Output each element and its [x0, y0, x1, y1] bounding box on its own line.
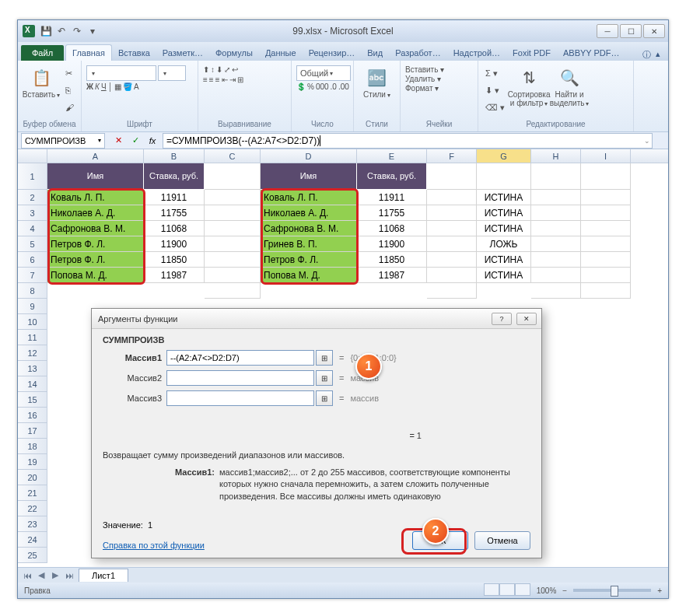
number-format-box[interactable]: Общий [296, 65, 351, 81]
select-all-corner[interactable] [18, 149, 47, 163]
row-header-2[interactable]: 2 [18, 190, 47, 205]
cell[interactable]: Петров Ф. Л. [47, 236, 144, 252]
ok-button[interactable]: ОК [412, 531, 468, 550]
cell[interactable] [205, 236, 261, 252]
cell[interactable]: ИСТИНА [477, 221, 531, 236]
cell[interactable]: Сафронова В. М. [261, 221, 357, 236]
ribbon-toggle-icon[interactable]: ▴ [656, 49, 660, 61]
align-left-icon[interactable]: ≡ [203, 75, 208, 84]
cell[interactable] [427, 283, 477, 299]
row-header-24[interactable]: 24 [18, 532, 47, 548]
font-color-icon[interactable]: A [134, 82, 139, 91]
cell[interactable]: Николаев А. Д. [47, 205, 144, 221]
col-header-F[interactable]: F [427, 149, 477, 163]
col-header-G[interactable]: G [477, 149, 531, 163]
percent-icon[interactable]: % [307, 82, 314, 91]
row-header-6[interactable]: 6 [18, 252, 47, 268]
indent-inc-icon[interactable]: ⇥ [229, 75, 236, 84]
cell[interactable]: 11911 [357, 190, 427, 205]
dec-dec-icon[interactable]: .00 [338, 82, 349, 91]
row-header-18[interactable]: 18 [18, 439, 47, 454]
cell[interactable]: Коваль Л. П. [261, 190, 357, 205]
cell[interactable] [477, 163, 531, 190]
clear-icon[interactable]: ⌫ ▾ [483, 100, 507, 114]
zoom-out-icon[interactable]: − [562, 586, 567, 595]
cell[interactable] [427, 163, 477, 190]
tab-developer[interactable]: Разработ… [389, 45, 446, 61]
col-header-E[interactable]: E [357, 149, 427, 163]
cell[interactable] [581, 236, 631, 252]
cancel-button[interactable]: Отмена [474, 531, 530, 550]
first-sheet-icon[interactable]: ⏮ [21, 569, 33, 582]
currency-icon[interactable]: 💲 [296, 82, 306, 91]
merge-icon[interactable]: ⊞ [237, 75, 243, 84]
cell[interactable] [427, 190, 477, 205]
zoom-level[interactable]: 100% [537, 586, 557, 595]
cell[interactable]: Имя [47, 163, 144, 190]
expand-formula-icon[interactable]: ⌄ [644, 137, 650, 145]
cell[interactable]: Сафронова В. М. [47, 221, 144, 236]
row-header-4[interactable]: 4 [18, 221, 47, 236]
row-header-23[interactable]: 23 [18, 516, 47, 532]
row-header-15[interactable]: 15 [18, 392, 47, 408]
row-header-3[interactable]: 3 [18, 205, 47, 221]
comma-icon[interactable]: 000 [316, 82, 329, 91]
zoom-in-icon[interactable]: + [657, 586, 662, 595]
cell[interactable]: 11911 [144, 190, 205, 205]
sheet-tab[interactable]: Лист1 [79, 569, 128, 582]
bold-icon[interactable]: Ж [86, 82, 93, 91]
row-header-12[interactable]: 12 [18, 345, 47, 361]
cell[interactable] [205, 252, 261, 268]
cell[interactable]: 11987 [144, 268, 205, 283]
cell[interactable]: Гринев В. П. [261, 236, 357, 252]
cell[interactable] [581, 221, 631, 236]
cell[interactable] [531, 163, 581, 190]
cell[interactable]: ИСТИНА [477, 268, 531, 283]
accept-formula-icon[interactable]: ✓ [128, 134, 142, 148]
indent-dec-icon[interactable]: ⇤ [222, 75, 228, 84]
cell[interactable] [205, 221, 261, 236]
cell[interactable] [427, 236, 477, 252]
dialog-close-button[interactable]: ✕ [516, 313, 537, 325]
cell[interactable] [581, 283, 631, 299]
row-header-5[interactable]: 5 [18, 236, 47, 252]
cell[interactable] [581, 205, 631, 221]
last-sheet-icon[interactable]: ⏭ [63, 569, 75, 582]
cell[interactable] [531, 283, 581, 299]
cell[interactable]: ИСТИНА [477, 190, 531, 205]
cell[interactable] [531, 221, 581, 236]
prev-sheet-icon[interactable]: ◀ [35, 569, 47, 582]
wrap-icon[interactable]: ↩ [232, 65, 238, 74]
cut-icon[interactable]: ✂ [63, 66, 75, 80]
orientation-icon[interactable]: ⤢ [224, 65, 230, 74]
tab-foxit[interactable]: Foxit PDF [506, 45, 557, 61]
col-header-A[interactable]: A [47, 149, 144, 163]
row-header-20[interactable]: 20 [18, 470, 47, 485]
align-mid-icon[interactable]: ↕ [211, 65, 215, 74]
redo-icon[interactable]: ↷ [71, 25, 83, 37]
cell[interactable] [581, 268, 631, 283]
cell[interactable]: ИСТИНА [477, 205, 531, 221]
arg1-range-button[interactable]: ⊞ [316, 350, 333, 366]
cell[interactable]: Имя [261, 163, 357, 190]
col-header-I[interactable]: I [581, 149, 631, 163]
save-icon[interactable]: 💾 [40, 25, 52, 37]
arg1-input[interactable] [166, 350, 314, 366]
font-name-box[interactable] [86, 65, 156, 81]
cell[interactable]: Коваль Л. П. [47, 190, 144, 205]
cell[interactable]: 11987 [357, 268, 427, 283]
file-tab[interactable]: Файл [21, 45, 64, 61]
cell[interactable]: ЛОЖЬ [477, 236, 531, 252]
cell[interactable] [531, 205, 581, 221]
underline-icon[interactable]: Ч [101, 82, 107, 91]
arg2-input[interactable] [166, 370, 314, 386]
row-header-9[interactable]: 9 [18, 299, 47, 314]
font-size-box[interactable] [158, 65, 186, 81]
row-header-16[interactable]: 16 [18, 408, 47, 423]
tab-addins[interactable]: Надстрой… [447, 45, 506, 61]
format-cells-button[interactable]: Формат ▾ [405, 84, 439, 93]
row-header-21[interactable]: 21 [18, 485, 47, 501]
cell[interactable] [581, 190, 631, 205]
cell[interactable] [531, 252, 581, 268]
cell[interactable]: 11900 [144, 236, 205, 252]
